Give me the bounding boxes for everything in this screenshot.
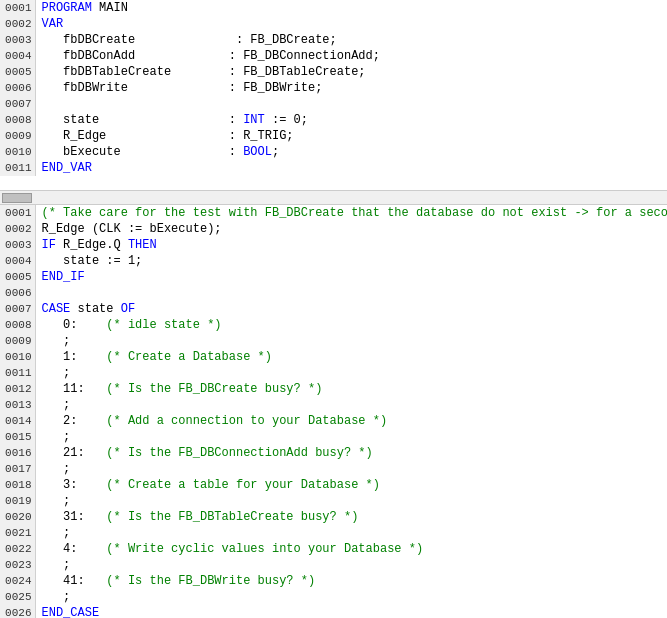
code-cell[interactable]: state := 1; (35, 253, 667, 269)
table-row: 0016 21: (* Is the FB_DBConnectionAdd bu… (0, 445, 667, 461)
line-number: 0014 (0, 413, 35, 429)
table-row: 0002 VAR (0, 16, 667, 32)
line-number: 0010 (0, 144, 35, 160)
table-row: 0003 fbDBCreate : FB_DBCreate; (0, 32, 667, 48)
table-row: 0007 CASE state OF (0, 301, 667, 317)
table-row: 0020 31: (* Is the FB_DBTableCreate busy… (0, 509, 667, 525)
code-cell[interactable]: 11: (* Is the FB_DBCreate busy? *) (35, 381, 667, 397)
table-row: 0014 2: (* Add a connection to your Data… (0, 413, 667, 429)
line-number: 0023 (0, 557, 35, 573)
code-cell[interactable]: ; (35, 493, 667, 509)
table-row: 0004 state := 1; (0, 253, 667, 269)
table-row: 0015 ; (0, 429, 667, 445)
code-cell[interactable]: 31: (* Is the FB_DBTableCreate busy? *) (35, 509, 667, 525)
line-number: 0024 (0, 573, 35, 589)
table-row: 0011 ; (0, 365, 667, 381)
code-cell[interactable]: ; (35, 589, 667, 605)
line-number: 0001 (0, 0, 35, 16)
table-row: 0008 0: (* idle state *) (0, 317, 667, 333)
top-panel: 0001 PROGRAM MAIN 0002 VAR 0003 fbDBCrea… (0, 0, 667, 205)
table-row: 0001 PROGRAM MAIN (0, 0, 667, 16)
line-number: 0002 (0, 16, 35, 32)
code-cell[interactable]: ; (35, 461, 667, 477)
code-cell[interactable] (35, 96, 667, 112)
line-number: 0011 (0, 365, 35, 381)
horizontal-scrollbar[interactable] (0, 190, 667, 204)
code-cell[interactable]: R_Edge (CLK := bExecute); (35, 221, 667, 237)
code-cell[interactable]: fbDBConAdd : FB_DBConnectionAdd; (35, 48, 667, 64)
table-row: 0003 IF R_Edge.Q THEN (0, 237, 667, 253)
line-number: 0021 (0, 525, 35, 541)
code-cell[interactable]: (* Take care for the test with FB_DBCrea… (35, 205, 667, 221)
code-cell[interactable]: ; (35, 525, 667, 541)
table-row: 0013 ; (0, 397, 667, 413)
code-cell[interactable] (35, 285, 667, 301)
table-row: 0005 fbDBTableCreate : FB_DBTableCreate; (0, 64, 667, 80)
table-row: 0004 fbDBConAdd : FB_DBConnectionAdd; (0, 48, 667, 64)
table-row: 0001 (* Take care for the test with FB_D… (0, 205, 667, 221)
table-row: 0006 fbDBWrite : FB_DBWrite; (0, 80, 667, 96)
code-cell[interactable]: fbDBWrite : FB_DBWrite; (35, 80, 667, 96)
code-cell[interactable]: PROGRAM MAIN (35, 0, 667, 16)
table-row: 0008 state : INT := 0; (0, 112, 667, 128)
code-cell[interactable]: bExecute : BOOL; (35, 144, 667, 160)
table-row: 0010 bExecute : BOOL; (0, 144, 667, 160)
line-number: 0002 (0, 221, 35, 237)
code-cell[interactable]: IF R_Edge.Q THEN (35, 237, 667, 253)
code-cell[interactable]: ; (35, 333, 667, 349)
line-number: 0010 (0, 349, 35, 365)
line-number: 0001 (0, 205, 35, 221)
code-cell[interactable]: VAR (35, 16, 667, 32)
program-code-area: 0001 (* Take care for the test with FB_D… (0, 205, 667, 618)
code-cell[interactable]: R_Edge : R_TRIG; (35, 128, 667, 144)
code-cell[interactable]: 2: (* Add a connection to your Database … (35, 413, 667, 429)
line-number: 0004 (0, 48, 35, 64)
scrollbar-thumb[interactable] (2, 193, 32, 203)
line-number: 0007 (0, 96, 35, 112)
code-cell[interactable]: 41: (* Is the FB_DBWrite busy? *) (35, 573, 667, 589)
table-row: 0018 3: (* Create a table for your Datab… (0, 477, 667, 493)
table-row: 0007 (0, 96, 667, 112)
bottom-panel: 0001 (* Take care for the test with FB_D… (0, 205, 667, 618)
line-number: 0003 (0, 32, 35, 48)
line-number: 0007 (0, 301, 35, 317)
table-row: 0009 R_Edge : R_TRIG; (0, 128, 667, 144)
table-row: 0009 ; (0, 333, 667, 349)
line-number: 0018 (0, 477, 35, 493)
table-row: 0005 END_IF (0, 269, 667, 285)
line-number: 0012 (0, 381, 35, 397)
code-cell[interactable]: fbDBTableCreate : FB_DBTableCreate; (35, 64, 667, 80)
code-cell[interactable]: ; (35, 429, 667, 445)
code-cell[interactable]: 4: (* Write cyclic values into your Data… (35, 541, 667, 557)
code-cell[interactable]: 0: (* idle state *) (35, 317, 667, 333)
table-row: 0026 END_CASE (0, 605, 667, 618)
var-code-table: 0001 PROGRAM MAIN 0002 VAR 0003 fbDBCrea… (0, 0, 667, 176)
line-number: 0005 (0, 64, 35, 80)
code-cell[interactable]: ; (35, 365, 667, 381)
table-row: 0019 ; (0, 493, 667, 509)
code-cell[interactable]: state : INT := 0; (35, 112, 667, 128)
table-row: 0021 ; (0, 525, 667, 541)
code-cell[interactable]: 1: (* Create a Database *) (35, 349, 667, 365)
code-cell[interactable]: END_CASE (35, 605, 667, 618)
line-number: 0008 (0, 317, 35, 333)
line-number: 0009 (0, 128, 35, 144)
var-declaration-area: 0001 PROGRAM MAIN 0002 VAR 0003 fbDBCrea… (0, 0, 667, 204)
line-number: 0005 (0, 269, 35, 285)
line-number: 0026 (0, 605, 35, 618)
code-cell[interactable]: END_VAR (35, 160, 667, 176)
line-number: 0016 (0, 445, 35, 461)
code-cell[interactable]: 21: (* Is the FB_DBConnectionAdd busy? *… (35, 445, 667, 461)
table-row: 0023 ; (0, 557, 667, 573)
code-cell[interactable]: ; (35, 557, 667, 573)
code-cell[interactable]: CASE state OF (35, 301, 667, 317)
line-number: 0004 (0, 253, 35, 269)
code-cell[interactable]: ; (35, 397, 667, 413)
code-cell[interactable]: END_IF (35, 269, 667, 285)
table-row: 0011 END_VAR (0, 160, 667, 176)
code-cell[interactable]: 3: (* Create a table for your Database *… (35, 477, 667, 493)
line-number: 0011 (0, 160, 35, 176)
line-number: 0006 (0, 80, 35, 96)
table-row: 0002 R_Edge (CLK := bExecute); (0, 221, 667, 237)
code-cell[interactable]: fbDBCreate : FB_DBCreate; (35, 32, 667, 48)
